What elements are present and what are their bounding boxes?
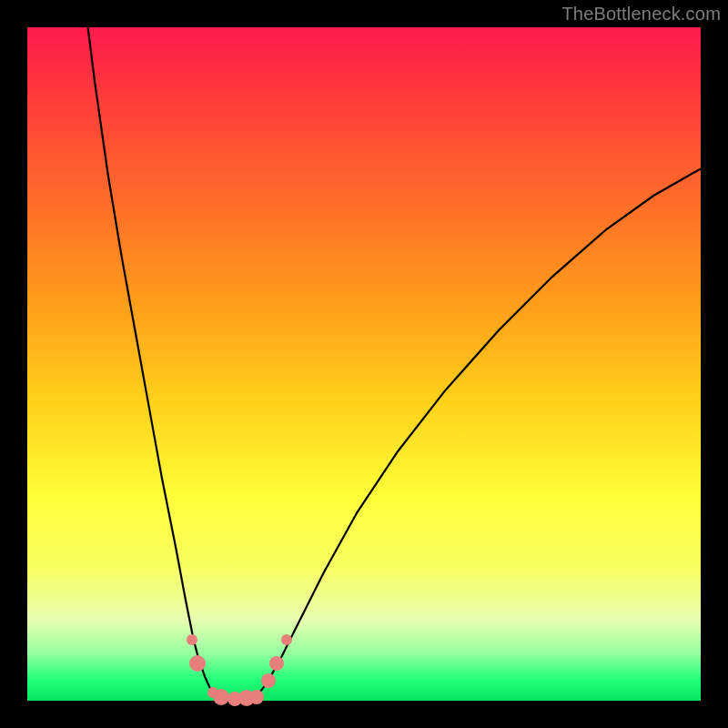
bottleneck-curve — [27, 27, 701, 701]
data-point-p1 — [187, 634, 197, 645]
curve-right — [257, 168, 701, 696]
curve-left — [88, 27, 217, 697]
plot-area — [27, 27, 701, 701]
data-point-p9 — [269, 656, 284, 671]
data-point-p8 — [261, 673, 276, 688]
data-point-p2 — [189, 655, 206, 672]
data-point-p7 — [249, 690, 264, 704]
data-point-p10 — [281, 634, 292, 645]
watermark-text: TheBottleneck.com — [561, 4, 721, 25]
chart-frame: TheBottleneck.com — [0, 0, 728, 728]
